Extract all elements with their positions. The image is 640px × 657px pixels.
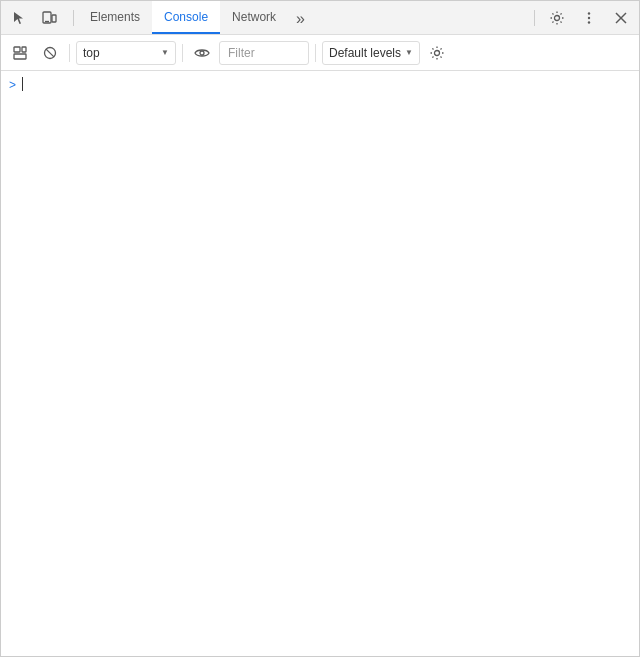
tab-bar: Elements Console Network » bbox=[1, 1, 639, 35]
svg-rect-11 bbox=[22, 47, 26, 52]
device-toolbar-button[interactable] bbox=[35, 4, 63, 32]
svg-point-6 bbox=[588, 21, 590, 23]
svg-point-4 bbox=[588, 12, 590, 14]
javascript-context-selector[interactable]: top ▼ bbox=[76, 41, 176, 65]
toolbar-divider-3 bbox=[315, 44, 316, 62]
tab-console[interactable]: Console bbox=[152, 1, 220, 34]
svg-rect-10 bbox=[14, 54, 26, 59]
svg-line-13 bbox=[46, 49, 54, 57]
console-output-area[interactable]: > bbox=[1, 71, 639, 657]
more-vertical-icon bbox=[581, 10, 597, 26]
tab-bar-right-icons bbox=[530, 4, 635, 32]
gear-icon bbox=[549, 10, 565, 26]
eye-button[interactable] bbox=[189, 40, 215, 66]
tab-divider-1 bbox=[73, 10, 74, 26]
tab-divider-2 bbox=[534, 10, 535, 26]
eye-icon bbox=[194, 45, 210, 61]
svg-rect-9 bbox=[14, 47, 20, 52]
settings-gear-icon bbox=[429, 45, 445, 61]
devtools-more-button[interactable] bbox=[575, 4, 603, 32]
console-settings-button[interactable] bbox=[424, 40, 450, 66]
close-icon bbox=[613, 10, 629, 26]
more-tabs-button[interactable]: » bbox=[288, 4, 313, 34]
inspect-icon bbox=[11, 10, 27, 26]
console-cursor bbox=[22, 77, 23, 91]
clear-icon bbox=[42, 45, 58, 61]
tab-bar-left-icons bbox=[5, 4, 63, 32]
devtools-close-button[interactable] bbox=[607, 4, 635, 32]
context-dropdown-arrow: ▼ bbox=[161, 48, 169, 57]
tab-elements[interactable]: Elements bbox=[78, 1, 152, 34]
filter-input[interactable] bbox=[219, 41, 309, 65]
svg-point-14 bbox=[200, 51, 204, 55]
svg-point-5 bbox=[588, 16, 590, 18]
svg-rect-1 bbox=[52, 15, 56, 22]
levels-dropdown-arrow: ▼ bbox=[405, 48, 413, 57]
console-toolbar: top ▼ Default levels ▼ bbox=[1, 35, 639, 71]
inspect-element-button[interactable] bbox=[5, 4, 33, 32]
panel-icon bbox=[12, 45, 28, 61]
tab-network[interactable]: Network bbox=[220, 1, 288, 34]
devtools-settings-button[interactable] bbox=[543, 4, 571, 32]
svg-point-3 bbox=[555, 15, 560, 20]
toolbar-divider-1 bbox=[69, 44, 70, 62]
prohibit-button[interactable] bbox=[37, 40, 63, 66]
toolbar-divider-2 bbox=[182, 44, 183, 62]
console-prompt-row: > bbox=[1, 75, 639, 94]
console-chevron: > bbox=[9, 77, 16, 92]
main-tabs: Elements Console Network » bbox=[78, 1, 530, 34]
clear-console-button[interactable] bbox=[7, 40, 33, 66]
log-levels-selector[interactable]: Default levels ▼ bbox=[322, 41, 420, 65]
svg-point-15 bbox=[434, 50, 439, 55]
device-icon bbox=[41, 10, 57, 26]
